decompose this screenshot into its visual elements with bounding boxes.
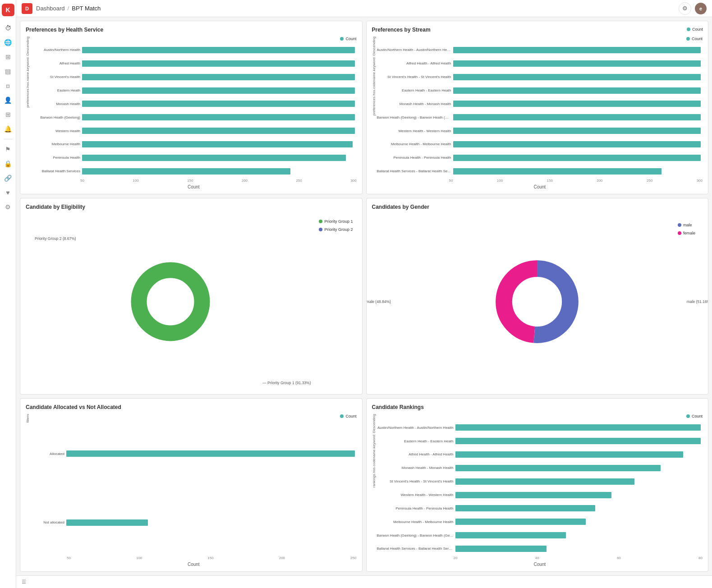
bar-fill <box>82 114 355 120</box>
bar-label: Alfred Health <box>31 61 80 65</box>
sidebar-icon-home[interactable]: ⊞ <box>2 51 14 63</box>
sidebar-icon-clock[interactable]: ⏱ <box>2 22 14 34</box>
bar-row: Austin/Northern Health - Austin/Northern… <box>377 424 703 431</box>
bar-row: Austin/Northern Health - Austin/Northern… <box>377 47 703 53</box>
bar-fill <box>455 532 566 538</box>
bar-label: Barwon Heath (Geelong) - Barwon Heath (G… <box>377 533 454 537</box>
gender-label-male: male (51.16%) <box>687 299 708 304</box>
eligibility-label-pg1: — Priority Group 1 (91.33%) <box>262 381 311 385</box>
panel6-x-label: Count <box>377 562 703 567</box>
bar-fill <box>82 60 355 67</box>
panel5-y-label: filters <box>26 414 30 423</box>
bar-fill <box>66 450 355 457</box>
app-logo[interactable]: K <box>2 4 14 16</box>
bar-label: Austin/Northern Health - Austin/Northern… <box>377 48 451 52</box>
panel-preferences-stream: Preferences by Stream preferences.hss.co… <box>366 21 709 194</box>
bar-row: Melbourne Health <box>31 141 357 147</box>
breadcrumb-root[interactable]: Dashboard <box>36 5 65 12</box>
sidebar-icon-bell[interactable]: 🔔 <box>2 123 14 135</box>
pg2-dot <box>319 228 322 231</box>
sidebar-divider <box>4 139 13 139</box>
bar-row: Barwon Heath (Geelong) <box>31 114 357 120</box>
male-label: male <box>683 223 692 227</box>
bar-row: Ballarat Health Services - Ballarat Heal… <box>377 546 703 552</box>
dashboard-content: Preferences by Health Service Count pref… <box>16 17 712 575</box>
bar-label: Peninsula Health <box>31 156 80 160</box>
bar-label: Melbourne Health <box>31 142 80 146</box>
gender-donut-chart <box>490 254 584 349</box>
bar-fill <box>453 114 701 120</box>
sidebar-icon-sliders[interactable]: ⧈ <box>2 79 14 92</box>
bottom-bar-icon[interactable]: ☰ <box>22 579 26 585</box>
panel6-y-axis-container: rankings.hss.codename.keyword: Descendin… <box>372 414 377 487</box>
bar-row: Western Health <box>31 128 357 134</box>
panel1-title: Preferences by Health Service <box>26 27 357 33</box>
sidebar-icon-settings[interactable]: ⚙ <box>2 201 14 213</box>
bar-label: Western Health <box>31 129 80 133</box>
bar-fill <box>82 47 355 53</box>
bar-row: Eastern Heath <box>31 87 357 94</box>
panel5-x-label: Count <box>31 562 357 567</box>
panel6-legend: Count <box>686 414 703 418</box>
bar-label: St Vincent's Health - St Vincent's Healt… <box>377 479 454 483</box>
bar-fill <box>453 155 701 161</box>
bar-fill <box>455 451 684 458</box>
panel1-y-label: preferences.hss.name.keyword: Descending <box>26 37 30 108</box>
sidebar-icon-heart[interactable]: ♥ <box>2 186 14 199</box>
svg-point-0 <box>139 270 202 333</box>
panel2-legend-text: Count <box>692 37 703 41</box>
bar-fill <box>82 74 355 80</box>
bar-label: Peninsula Health - Peninsula Health <box>377 506 454 510</box>
sidebar-icon-flag[interactable]: ⚑ <box>2 143 14 156</box>
pg1-label: Priority Group 1 <box>324 219 353 224</box>
panel-eligibility: Candidate by Eligibility — Priority Grou… <box>20 198 363 395</box>
panel5-y-axis-container: filters <box>26 414 31 423</box>
main-container: D Dashboard / BPT Match ⚙ e Preferences … <box>16 0 712 588</box>
avatar[interactable]: e <box>695 3 707 14</box>
bar-row: Monash Health <box>31 101 357 107</box>
sidebar-icon-lock[interactable]: 🔒 <box>2 157 14 170</box>
bar-label: Alfred Health - Alfred Health <box>377 61 451 65</box>
sidebar-icon-person[interactable]: 👤 <box>2 94 14 106</box>
panel3-title: Candidate by Eligibility <box>26 204 357 210</box>
bar-fill <box>453 47 701 53</box>
bar-label: Ballarat Health Services - Ballarat Heal… <box>377 547 454 551</box>
bar-row: Alfred Health - Alfred Health <box>377 60 703 67</box>
bar-fill <box>82 87 355 94</box>
pg2-label: Priority Group 2 <box>324 227 353 232</box>
sidebar: K ⏱ 🌐 ⊞ ▤ ⧈ 👤 ⊞ 🔔 ⚑ 🔒 🔗 ♥ ⚙ <box>0 0 16 588</box>
panel-rankings: Candidate Rankings rankings.hss.codename… <box>366 398 709 572</box>
bar-row: Alfred Health - Alfred Health <box>377 451 703 458</box>
bar-fill <box>82 168 290 175</box>
bar-fill <box>82 155 346 161</box>
bar-label: Ballarat Health Services - Ballarat Heal… <box>377 169 451 173</box>
settings-button[interactable]: ⚙ <box>679 2 691 15</box>
bar-label: Monash Health - Monash Health <box>377 102 451 106</box>
bar-label: Western Health - Western Health <box>377 493 454 497</box>
panel5-x-ticks: 50 100 150 200 250 <box>31 556 357 560</box>
sidebar-icon-table[interactable]: ▤ <box>2 65 14 78</box>
bar-label: Austin/Northern Health <box>31 48 80 52</box>
male-dot <box>678 223 681 227</box>
bar-row: Not allocated <box>31 519 357 526</box>
bottom-bar: ☰ <box>16 575 712 588</box>
bar-label: Not allocated <box>31 520 64 524</box>
bar-row: Western Health - Western Health <box>377 492 703 498</box>
sidebar-icon-grid[interactable]: ⊞ <box>2 108 14 121</box>
bar-fill <box>453 128 701 134</box>
panel1-x-ticks: 50 100 150 200 250 300 <box>31 179 357 183</box>
breadcrumb: Dashboard / BPT Match <box>36 5 101 12</box>
topbar-logo: D <box>22 3 32 14</box>
panel2-x-ticks: 50 100 150 200 250 300 <box>377 179 703 183</box>
bar-row: Western Health - Western Health <box>377 128 703 134</box>
topbar: D Dashboard / BPT Match ⚙ e <box>16 0 712 17</box>
bar-fill <box>453 168 661 175</box>
bar-row: Eastern Heath - Eastern Heath <box>377 438 703 444</box>
bar-fill <box>455 438 701 444</box>
sidebar-icon-link[interactable]: 🔗 <box>2 172 14 184</box>
bar-label: Eastern Heath <box>31 88 80 92</box>
bar-label: St Vincent's Health - St Vincent's Healt… <box>377 75 451 79</box>
bar-label: Eastern Heath - Eastern Heath <box>377 439 454 443</box>
panel1-x-label: Count <box>31 184 357 189</box>
sidebar-icon-globe[interactable]: 🌐 <box>2 36 14 49</box>
